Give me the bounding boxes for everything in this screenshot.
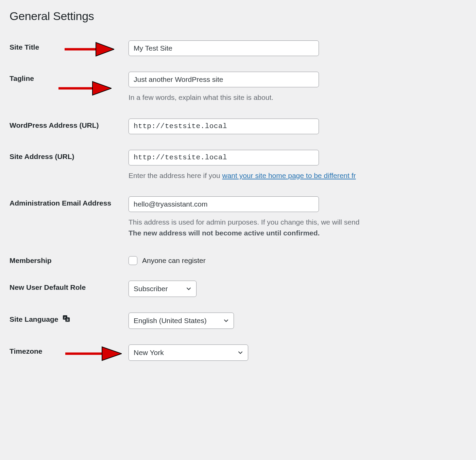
translate-icon: A 文 bbox=[62, 315, 70, 322]
label-default-role: New User Default Role bbox=[10, 274, 129, 306]
label-admin-email: Administration Email Address bbox=[10, 190, 129, 247]
label-tagline: Tagline bbox=[10, 65, 129, 112]
svg-text:文: 文 bbox=[66, 319, 69, 322]
tagline-help: In a few words, explain what this site i… bbox=[129, 92, 476, 103]
site-language-select[interactable]: English (United States) bbox=[129, 313, 234, 329]
wp-url-input[interactable] bbox=[129, 119, 319, 134]
arrow-right-icon bbox=[57, 79, 112, 97]
admin-email-help-line1: This address is used for admin purposes.… bbox=[129, 218, 359, 226]
svg-marker-3 bbox=[92, 82, 112, 95]
admin-email-help-line2: The new address will not become active u… bbox=[129, 229, 320, 237]
label-wp-url: WordPress Address (URL) bbox=[10, 112, 129, 143]
membership-checkbox-row[interactable]: Anyone can register bbox=[129, 256, 476, 265]
site-url-help-link[interactable]: want your site home page to be different… bbox=[222, 172, 356, 179]
admin-email-help: This address is used for admin purposes.… bbox=[129, 217, 476, 238]
timezone-select[interactable]: New York bbox=[129, 344, 248, 361]
help-text-pre: Enter the address here if you bbox=[129, 172, 222, 179]
label-text: Site Title bbox=[10, 43, 39, 51]
label-text: Timezone bbox=[10, 347, 42, 355]
label-membership: Membership bbox=[10, 247, 129, 274]
site-language-value: English (United States) bbox=[134, 317, 207, 324]
timezone-value: New York bbox=[134, 349, 164, 356]
site-url-input[interactable] bbox=[129, 150, 319, 165]
membership-checkbox[interactable] bbox=[129, 256, 137, 265]
chevron-down-icon bbox=[223, 317, 230, 324]
arrow-right-icon bbox=[64, 345, 122, 362]
arrow-right-icon bbox=[63, 40, 114, 58]
admin-email-input[interactable] bbox=[129, 196, 319, 212]
svg-marker-9 bbox=[102, 347, 122, 360]
site-url-help: Enter the address here if you want your … bbox=[129, 170, 476, 181]
svg-marker-1 bbox=[96, 42, 114, 56]
label-timezone: Timezone bbox=[10, 338, 129, 370]
default-role-select[interactable]: Subscriber bbox=[129, 281, 197, 297]
label-text: Site Language bbox=[10, 315, 58, 323]
site-title-input[interactable] bbox=[129, 40, 319, 56]
membership-checkbox-label: Anyone can register bbox=[142, 256, 206, 265]
tagline-input[interactable] bbox=[129, 72, 319, 87]
label-site-url: Site Address (URL) bbox=[10, 143, 129, 190]
chevron-down-icon bbox=[185, 285, 192, 292]
default-role-value: Subscriber bbox=[134, 285, 168, 293]
label-text: Tagline bbox=[10, 74, 34, 82]
label-site-title: Site Title bbox=[10, 34, 129, 65]
chevron-down-icon bbox=[237, 349, 244, 356]
page-title: General Settings bbox=[10, 10, 476, 23]
label-site-language: Site Language A 文 bbox=[10, 306, 129, 338]
